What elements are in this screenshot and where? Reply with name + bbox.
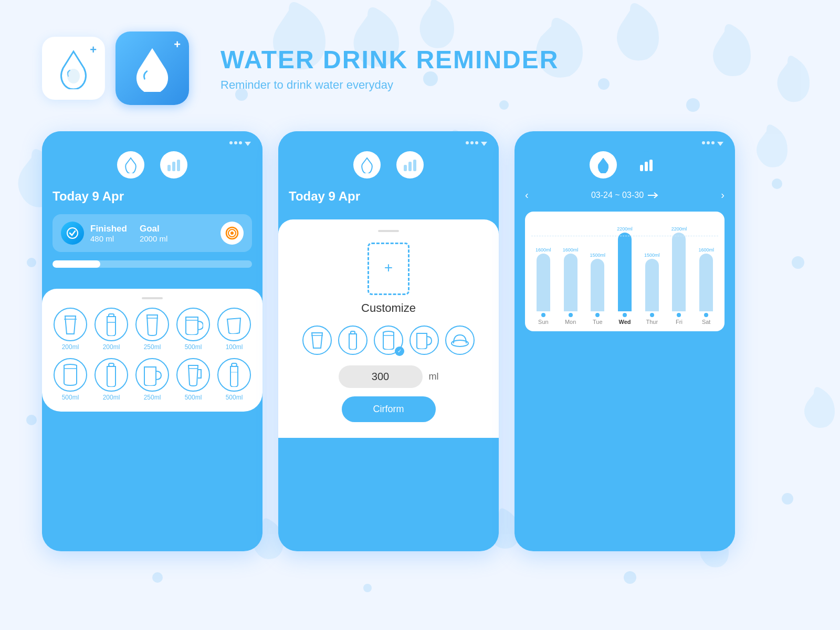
- chart-day-thur: Thur: [646, 319, 658, 325]
- svg-point-25: [67, 228, 78, 238]
- svg-marker-39: [481, 142, 487, 146]
- finished-label: Finished: [90, 224, 127, 234]
- drink-item-2[interactable]: 200ml: [93, 308, 129, 351]
- phone-stats: ‹ 03-24 ~ 03-30 › 1600ml: [514, 131, 735, 551]
- drink-item-5[interactable]: 100ml: [216, 308, 252, 351]
- confirm-button[interactable]: Cirform: [342, 396, 436, 422]
- drink-label-7: 200ml: [103, 394, 120, 401]
- chart-panel: 1600ml Sun 1600ml Mon: [525, 212, 724, 331]
- app-icon-white: +: [42, 37, 105, 100]
- svg-point-19: [67, 69, 80, 83]
- chart-dot-sun: [541, 313, 545, 317]
- drink-item-8[interactable]: 250ml: [134, 358, 170, 401]
- svg-rect-40: [404, 165, 407, 171]
- progress-bar: [52, 260, 252, 268]
- goal-value: 2000 ml: [140, 234, 167, 243]
- chart-label-thur: 1500ml: [644, 253, 660, 258]
- chart-dot-sat: [704, 313, 708, 317]
- svg-rect-50: [645, 162, 648, 171]
- drink-item-1[interactable]: 200ml: [52, 308, 88, 351]
- drink-label-4: 500ml: [185, 343, 202, 351]
- phone-customize: Today 9 Apr + Customize: [278, 131, 499, 551]
- week-range-container: 03-24 ~ 03-30: [591, 191, 658, 200]
- drink-label-8: 250ml: [144, 394, 161, 401]
- nav-icons-2: [289, 151, 488, 178]
- drink-tumbler-1: [135, 308, 169, 341]
- finished-value: 480 ml: [90, 234, 127, 243]
- chart-label-wed: 2200ml: [617, 226, 633, 232]
- option-bottle[interactable]: [338, 326, 368, 355]
- option-glass[interactable]: [302, 326, 332, 355]
- week-range-label: 03-24 ~ 03-30: [591, 191, 644, 200]
- drink-bottle-2: [94, 358, 128, 392]
- goal-label: Goal: [140, 224, 167, 234]
- chart-bar-sun: [537, 254, 550, 311]
- drink-label-3: 250ml: [144, 343, 161, 351]
- chart-reference-line: [531, 236, 718, 236]
- phone-home-bottom: 200ml 200ml 250ml: [42, 289, 262, 412]
- chart-label-sat: 1600ml: [698, 247, 714, 253]
- svg-rect-42: [413, 160, 416, 171]
- plus-icon-blue: +: [174, 38, 181, 51]
- drink-mug-2: [135, 358, 169, 392]
- drink-label-9: 500ml: [185, 394, 202, 401]
- ml-unit-label: ml: [429, 371, 439, 382]
- ml-value: 300: [372, 371, 389, 382]
- chart-day-sun: Sun: [538, 319, 549, 325]
- nav-drop-icon-3[interactable]: [590, 151, 617, 178]
- drink-item-3[interactable]: 250ml: [134, 308, 170, 351]
- drink-item-9[interactable]: 500ml: [175, 358, 211, 401]
- option-tumbler[interactable]: [374, 326, 403, 355]
- progress-fill: [52, 260, 100, 268]
- chart-day-tue: Tue: [593, 319, 603, 325]
- drink-item-10[interactable]: 500ml: [216, 358, 252, 401]
- ml-input-field[interactable]: 300: [339, 365, 423, 388]
- customize-label: Customize: [361, 301, 416, 315]
- svg-text:+: +: [384, 259, 393, 276]
- chart-day-fri: Fri: [676, 319, 682, 325]
- drink-small-2: [217, 358, 251, 392]
- drag-handle-2: [378, 230, 399, 232]
- prev-week-button[interactable]: ‹: [525, 189, 529, 201]
- nav-stats-active-icon[interactable]: [633, 151, 660, 178]
- drag-handle: [142, 297, 163, 299]
- svg-marker-20: [245, 142, 251, 146]
- drink-item-4[interactable]: 500ml: [175, 308, 211, 351]
- nav-chart-icon[interactable]: [396, 151, 424, 178]
- app-icon-blue: +: [116, 32, 189, 105]
- chart-bar-tue: [591, 259, 604, 311]
- phones-section: Today 9 Apr Finished 480 ml: [42, 131, 798, 551]
- chart-day-sat: Sat: [702, 319, 711, 325]
- drink-grid-row2: 500ml 200ml 250ml: [52, 358, 252, 401]
- option-mug[interactable]: [410, 326, 439, 355]
- svg-point-28: [230, 232, 234, 235]
- chart-day-mon: Mon: [565, 319, 576, 325]
- svg-rect-22: [167, 165, 171, 171]
- drink-label-2: 200ml: [103, 343, 120, 351]
- drink-grid-row1: 200ml 200ml 250ml: [52, 308, 252, 351]
- drink-beer-1: [176, 358, 210, 392]
- drink-options: [302, 326, 475, 355]
- nav-stats-icon[interactable]: [160, 151, 187, 178]
- svg-rect-51: [649, 160, 653, 171]
- drink-small-1: [217, 308, 251, 341]
- svg-rect-41: [408, 162, 412, 171]
- nav-home-icon[interactable]: [117, 151, 144, 178]
- status-bar-3: [525, 140, 724, 146]
- drink-item-6[interactable]: 500ml: [52, 358, 88, 401]
- goal-target-button[interactable]: [220, 222, 244, 245]
- next-week-button[interactable]: ›: [721, 189, 724, 201]
- drink-label-1: 200ml: [62, 343, 79, 351]
- status-bar-2: [289, 140, 488, 146]
- customize-panel: + Customize: [278, 219, 499, 438]
- svg-rect-23: [172, 162, 175, 171]
- nav-drop-icon[interactable]: [353, 151, 381, 178]
- header-section: + + WATER DRINK REMINDER Reminder to dri…: [42, 32, 798, 105]
- chart-dot-thur: [650, 313, 654, 317]
- chart-day-wed: Wed: [619, 319, 631, 325]
- option-plate[interactable]: [445, 326, 475, 355]
- drink-label-5: 100ml: [226, 343, 243, 351]
- week-nav: ‹ 03-24 ~ 03-30 ›: [525, 189, 724, 201]
- svg-marker-48: [717, 142, 723, 146]
- drink-item-7[interactable]: 200ml: [93, 358, 129, 401]
